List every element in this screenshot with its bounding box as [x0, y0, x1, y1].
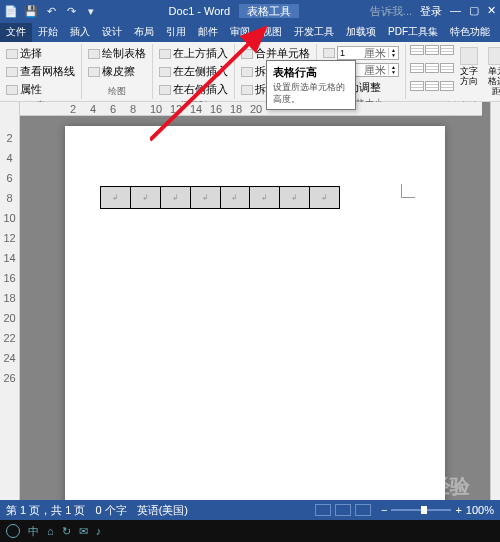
- ribbon: 选择 查看网格线 属性 表 绘制表格 橡皮擦 绘图 在上方插入 在左侧插入 在右…: [0, 42, 500, 102]
- align-br[interactable]: [440, 81, 454, 91]
- tab-view[interactable]: 视图: [256, 23, 288, 42]
- taskbar-ime-icon[interactable]: 中: [28, 524, 39, 539]
- align-tc[interactable]: [425, 45, 439, 55]
- align-mr[interactable]: [440, 63, 454, 73]
- text-direction-icon: [460, 47, 478, 65]
- ribbon-tabs: 文件 开始 插入 设计 布局 引用 邮件 审阅 视图 开发工具 加载项 PDF工…: [0, 23, 500, 42]
- insert-left-button[interactable]: 在左侧插入: [157, 63, 230, 80]
- tooltip: 表格行高 设置所选单元格的高度。: [266, 60, 356, 110]
- word-count[interactable]: 0 个字: [95, 503, 126, 518]
- down-arrow-icon[interactable]: ▼: [389, 70, 398, 75]
- context-tab-label: 表格工具: [239, 4, 299, 18]
- align-mc[interactable]: [425, 63, 439, 73]
- taskbar-icon[interactable]: ✉: [79, 525, 88, 538]
- view-gridlines-button[interactable]: 查看网格线: [4, 63, 77, 80]
- tab-insert[interactable]: 插入: [64, 23, 96, 42]
- tab-features[interactable]: 特色功能: [444, 23, 496, 42]
- login-button[interactable]: 登录: [420, 4, 442, 19]
- table-cell[interactable]: ↲: [130, 187, 160, 209]
- maximize-button[interactable]: ▢: [469, 4, 479, 19]
- table-cell[interactable]: ↲: [280, 187, 310, 209]
- insert-above-icon: [159, 49, 171, 59]
- insert-above-button[interactable]: 在上方插入: [157, 45, 230, 62]
- table-cell[interactable]: ↲: [250, 187, 280, 209]
- tab-file[interactable]: 文件: [0, 23, 32, 42]
- view-read[interactable]: [315, 504, 331, 516]
- tab-addins[interactable]: 加载项: [340, 23, 382, 42]
- group-alignment: 文字方向 单元格边距 对齐方式: [406, 44, 500, 99]
- save-icon[interactable]: 💾: [24, 5, 38, 19]
- text-direction-button[interactable]: 文字方向: [456, 45, 482, 99]
- tell-me-search[interactable]: 告诉我...: [370, 4, 412, 19]
- redo-icon[interactable]: ↷: [64, 5, 78, 19]
- margins-icon: [488, 47, 500, 65]
- tab-layout[interactable]: 布局: [128, 23, 160, 42]
- language-indicator[interactable]: 英语(美国): [137, 503, 188, 518]
- table-cell[interactable]: ↲: [101, 187, 131, 209]
- tab-mailings[interactable]: 邮件: [192, 23, 224, 42]
- taskbar-app-icon[interactable]: [6, 524, 20, 538]
- view-web[interactable]: [355, 504, 371, 516]
- tab-developer[interactable]: 开发工具: [288, 23, 340, 42]
- workspace: 2468101214161820222426 2468101214161820 …: [0, 102, 500, 500]
- tab-review[interactable]: 审阅: [224, 23, 256, 42]
- group-draw: 绘制表格 橡皮擦 绘图: [82, 44, 153, 99]
- close-button[interactable]: ✕: [487, 4, 496, 19]
- properties-button[interactable]: 属性: [4, 81, 77, 98]
- taskbar-icon[interactable]: ↻: [62, 525, 71, 538]
- tooltip-title: 表格行高: [273, 65, 349, 80]
- row-height-input[interactable]: [338, 48, 362, 58]
- eraser-icon: [88, 67, 100, 77]
- qat-more-icon[interactable]: ▾: [84, 5, 98, 19]
- tab-foxit[interactable]: 福昕PDF: [496, 23, 500, 42]
- align-bl[interactable]: [410, 81, 424, 91]
- document-table[interactable]: ↲↲↲↲↲↲↲↲: [100, 186, 340, 209]
- zoom-in[interactable]: +: [455, 504, 461, 516]
- tab-design[interactable]: 设计: [96, 23, 128, 42]
- group-table: 选择 查看网格线 属性 表: [0, 44, 82, 99]
- word-icon: 📄: [4, 5, 18, 19]
- vertical-scrollbar[interactable]: [490, 102, 500, 500]
- draw-table-button[interactable]: 绘制表格: [86, 45, 148, 62]
- table-cell[interactable]: ↲: [160, 187, 190, 209]
- height-icon: [323, 48, 335, 58]
- undo-icon[interactable]: ↶: [44, 5, 58, 19]
- align-tl[interactable]: [410, 45, 424, 55]
- margin-corner: [401, 184, 415, 198]
- cell-margins-button[interactable]: 单元格边距: [484, 45, 500, 99]
- taskbar-icon[interactable]: ⌂: [47, 525, 54, 537]
- insert-left-icon: [159, 67, 171, 77]
- page-area[interactable]: 2468101214161820 ↲↲↲↲↲↲↲↲: [20, 102, 490, 500]
- vertical-ruler: 2468101214161820222426: [0, 102, 20, 500]
- group-rows-cols: 在上方插入 在左侧插入 在右侧插入 行和列: [153, 44, 235, 99]
- table-cell[interactable]: ↲: [190, 187, 220, 209]
- alignment-grid: [410, 45, 454, 99]
- gridlines-icon: [6, 67, 18, 77]
- view-print[interactable]: [335, 504, 351, 516]
- align-bc[interactable]: [425, 81, 439, 91]
- table-cell[interactable]: ↲: [220, 187, 250, 209]
- document-page[interactable]: ↲↲↲↲↲↲↲↲: [65, 126, 445, 500]
- zoom-level[interactable]: 100%: [466, 504, 494, 516]
- tab-references[interactable]: 引用: [160, 23, 192, 42]
- tooltip-body: 设置所选单元格的高度。: [273, 82, 349, 105]
- down-arrow-icon[interactable]: ▼: [389, 53, 398, 58]
- eraser-button[interactable]: 橡皮擦: [86, 63, 148, 80]
- minimize-button[interactable]: —: [450, 4, 461, 19]
- select-button[interactable]: 选择: [4, 45, 77, 62]
- taskbar-icon[interactable]: ♪: [96, 525, 102, 537]
- zoom-slider[interactable]: [391, 509, 451, 511]
- properties-icon: [6, 85, 18, 95]
- zoom-out[interactable]: −: [381, 504, 387, 516]
- tab-pdftools[interactable]: PDF工具集: [382, 23, 444, 42]
- table-cell[interactable]: ↲: [310, 187, 340, 209]
- align-ml[interactable]: [410, 63, 424, 73]
- page-indicator[interactable]: 第 1 页，共 1 页: [6, 503, 85, 518]
- row-height-field[interactable]: 厘米▲▼: [321, 45, 401, 61]
- taskbar: 中 ⌂ ↻ ✉ ♪: [0, 520, 500, 542]
- insert-right-button[interactable]: 在右侧插入: [157, 81, 230, 98]
- split-table-icon: [241, 85, 253, 95]
- tab-home[interactable]: 开始: [32, 23, 64, 42]
- align-tr[interactable]: [440, 45, 454, 55]
- horizontal-ruler: 2468101214161820: [20, 102, 482, 116]
